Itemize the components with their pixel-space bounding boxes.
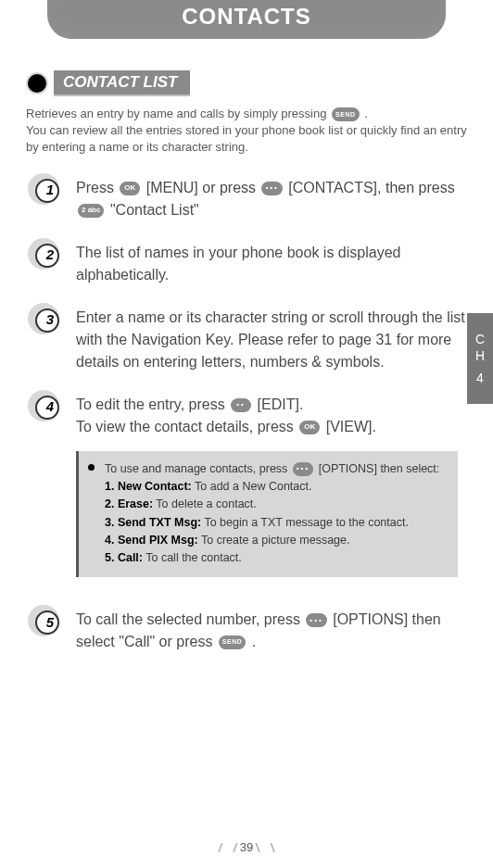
- options-bullet-icon: [88, 464, 95, 471]
- chapter-c: C: [475, 331, 485, 347]
- step-5: 5 To call the selected number, press •••…: [26, 609, 467, 653]
- opt-3-label: 3. Send TXT Msg:: [105, 516, 201, 529]
- opt-2-text: To delete a contact.: [153, 497, 257, 510]
- step-5-badge: 5: [32, 607, 63, 638]
- section-header: CONTACT LIST: [26, 70, 467, 96]
- step-3: 3 Enter a name or its character string o…: [26, 307, 467, 373]
- options-box: To use and manage contacts, press ••• [O…: [76, 451, 458, 577]
- step-5-text-c: .: [252, 634, 256, 649]
- opt-5-text: To call the contact.: [143, 551, 242, 564]
- step-4-text-b: [EDIT].: [258, 396, 304, 412]
- options-key-icon-3: •••: [306, 613, 326, 627]
- intro-text: Retrieves an entry by name and calls by …: [26, 106, 467, 157]
- send-key-icon: SEND: [332, 107, 359, 121]
- opt-3-text: To begin a TXT message to the contact.: [201, 516, 409, 529]
- step-4-badge: 4: [32, 392, 63, 423]
- options-lead-a: To use and manage contacts, press: [105, 462, 291, 475]
- step-1-badge: 1: [32, 175, 63, 207]
- step-1-text-b: [MENU] or press: [146, 180, 260, 195]
- step-1-text-a: Press: [76, 180, 118, 195]
- step-2-badge: 2: [32, 240, 63, 271]
- opt-4-text: To create a picture message.: [198, 534, 350, 547]
- intro-part1-tail: .: [364, 107, 368, 120]
- view-key-icon: OK: [299, 421, 320, 434]
- intro-part1: Retrieves an entry by name and calls by …: [26, 107, 330, 120]
- edit-key-icon: ••: [231, 398, 251, 412]
- options-key-icon: •••: [261, 182, 282, 195]
- opt-1-label: 1. New Contact:: [105, 480, 192, 493]
- step-3-text: Enter a name or its character string or …: [76, 309, 465, 370]
- ok-key-icon: OK: [120, 182, 140, 195]
- section-title: CONTACT LIST: [54, 70, 190, 96]
- step-1-text-c: [CONTACTS], then press: [288, 180, 454, 195]
- step-1-text-d: "Contact List": [110, 202, 199, 218]
- opt-1-text: To add a New Contact.: [192, 480, 312, 493]
- opt-4-label: 4. Send PIX Msg:: [105, 534, 198, 547]
- step-2-text: The list of names in your phone book is …: [76, 245, 400, 283]
- step-4-text-d: [VIEW].: [326, 419, 376, 434]
- chapter-h: H: [475, 347, 485, 364]
- options-key-icon-2: •••: [293, 462, 313, 476]
- step-2-number: 2: [46, 245, 54, 266]
- options-lead-b: [OPTIONS] then select:: [319, 462, 440, 475]
- step-5-text-a: To call the selected number, press: [76, 611, 304, 627]
- opt-2-label: 2. Erase:: [105, 497, 153, 510]
- step-1: 1 Press OK [MENU] or press ••• [CONTACTS…: [26, 177, 467, 221]
- step-2: 2 The list of names in your phone book i…: [26, 242, 467, 286]
- chapter-tab: C H 4: [467, 313, 493, 404]
- send-key-icon-2: SEND: [219, 635, 246, 649]
- step-5-number: 5: [46, 612, 54, 634]
- page-title: CONTACTS: [47, 4, 446, 30]
- section-bullet-icon: [26, 72, 48, 94]
- page-number-wrap: 39: [0, 838, 493, 855]
- step-4: 4 To edit the entry, press •• [EDIT]. To…: [26, 394, 467, 438]
- page-header: CONTACTS: [47, 0, 446, 39]
- step-3-number: 3: [46, 309, 54, 331]
- page-number: 39: [218, 840, 275, 854]
- opt-5-label: 5. Call:: [105, 551, 143, 564]
- step-3-badge: 3: [32, 305, 63, 336]
- chapter-num: 4: [476, 370, 484, 386]
- intro-part2: You can review all the entries stored in…: [26, 123, 467, 154]
- two-abc-key-icon: 2 abc: [78, 204, 104, 218]
- step-1-number: 1: [46, 180, 54, 201]
- step-4-number: 4: [46, 396, 54, 418]
- step-4-text-c: To view the contact details, press: [76, 419, 297, 434]
- step-4-text-a: To edit the entry, press: [76, 396, 229, 412]
